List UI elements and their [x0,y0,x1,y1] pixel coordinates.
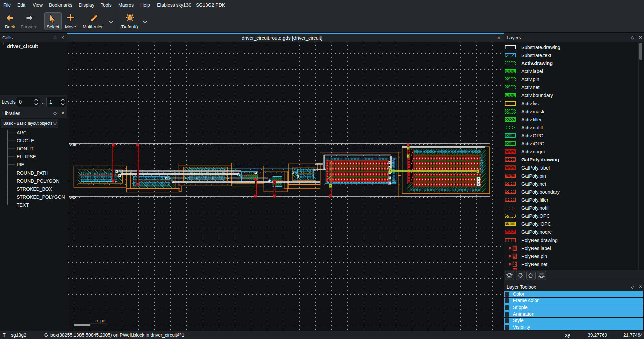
svg-text:VSS: VSS [69,196,77,200]
svg-text:VDD: VDD [69,143,77,147]
svg-text:5 µm: 5 µm [95,319,105,323]
svg-text:T: T [128,15,132,20]
